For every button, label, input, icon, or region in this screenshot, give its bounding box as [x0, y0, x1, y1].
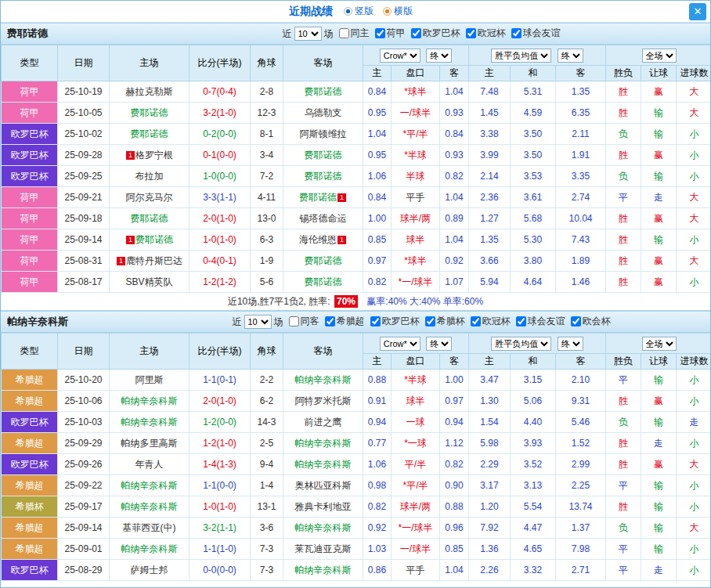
avg-away-odds-cell: 6.35	[556, 103, 606, 124]
match-row: 希腊超25-10-06帕纳辛奈科斯2-0(1-0)6-2阿特罗米托斯0.91球半…	[2, 391, 711, 412]
filter-checkbox[interactable]: 欧冠杯	[466, 27, 506, 40]
checkbox-icon[interactable]	[339, 28, 349, 38]
team-label: 费耶诺德	[135, 234, 173, 245]
score-cell: 1-0(1-0)	[189, 229, 251, 251]
radio-horizontal-layout[interactable]: 横版	[383, 5, 413, 18]
near-label: 近	[283, 27, 292, 41]
filter-checkbox[interactable]: 同主	[339, 27, 370, 40]
avg-home-odds-cell: 1.36	[469, 539, 511, 560]
sub-draw: 和	[511, 66, 556, 81]
result-cell: 胜	[606, 145, 641, 166]
sub-home: 主	[363, 354, 392, 370]
handicap-result-cell: 输	[641, 370, 677, 391]
bookmaker-select[interactable]: Crow*	[380, 337, 420, 351]
date-cell: 25-10-03	[58, 412, 110, 433]
home-team-cell: 1鹿特丹斯巴达	[110, 251, 189, 272]
final-odds-select[interactable]: 终	[426, 49, 452, 63]
filter-checkbox[interactable]: 球会友谊	[516, 315, 565, 328]
filter-checkbox[interactable]: 欧冠杯	[471, 315, 511, 328]
match-row: 希腊超25-09-14基菲西亚(中)3-2(1-1)3-6帕纳辛奈科斯0.92*…	[2, 518, 711, 539]
filter-checkbox[interactable]: 欧会杯	[571, 315, 611, 328]
competition-cell: 荷甲	[2, 187, 58, 208]
radio-vertical-layout[interactable]: 竖版	[344, 5, 374, 18]
home-odds-cell: 0.85	[363, 229, 392, 251]
team-label: 帕纳辛奈科斯	[121, 480, 178, 491]
checkbox-icon[interactable]	[425, 316, 435, 326]
filter-label: 欧会杯	[583, 315, 611, 328]
checkbox-icon[interactable]	[571, 316, 581, 326]
filter-checkbox[interactable]: 球会友谊	[511, 27, 561, 40]
final-avg-select[interactable]: 终	[558, 49, 583, 63]
filter-bar: 近 10 场 同客希腊超欧罗巴杯希腊杯欧冠杯球会友谊欧会杯	[132, 315, 710, 329]
checkbox-icon[interactable]	[516, 316, 526, 326]
corner-cell: 6-3	[251, 229, 283, 251]
recent-count-select[interactable]: 10	[294, 27, 322, 41]
home-team-cell: 布拉加	[110, 166, 189, 187]
sub-handicap: 盘口	[392, 354, 440, 370]
avg-select[interactable]: 胜平负均值	[491, 49, 551, 63]
filter-checkbox[interactable]: 欧罗巴杯	[370, 315, 420, 328]
away-team-cell: 帕纳辛奈科斯	[283, 518, 363, 539]
final-avg-select[interactable]: 终	[558, 337, 583, 351]
checkbox-icon[interactable]	[289, 316, 299, 326]
date-cell: 25-09-29	[58, 433, 110, 454]
sub-handicap-result: 让球	[641, 354, 677, 370]
team-label: 阿斯顿维拉	[300, 128, 347, 139]
team-label: 费耶诺德	[131, 128, 168, 139]
corner-cell: 14-3	[251, 412, 283, 433]
goals-result-cell: 小	[677, 272, 711, 293]
away-team-cell: 阿特罗米托斯	[283, 391, 363, 412]
match-row: 希腊杯25-09-17帕纳辛奈科斯1-0(1-0)13-1雅典卡利地亚0.82球…	[2, 496, 711, 518]
date-cell: 25-10-02	[58, 124, 110, 145]
filter-checkbox[interactable]: 欧罗巴杯	[411, 27, 460, 40]
team-label: 费耶诺德	[299, 192, 337, 203]
results-table: 类型 日期 主场 比分(半场) 角球 客场 Crow* 终 胜平负均值 终 全场	[1, 333, 711, 581]
handicap-result-cell: 走	[641, 560, 677, 581]
away-team-cell: 阿斯顿维拉	[283, 124, 363, 145]
checkbox-icon[interactable]	[511, 28, 522, 38]
away-odds-cell: 0.93	[440, 145, 469, 166]
handicap-result-cell: 输	[641, 412, 677, 433]
team-label: 费耶诺德	[305, 171, 342, 182]
score-cell: 0-2(0-0)	[189, 124, 251, 145]
filter-checkbox[interactable]: 希腊超	[325, 315, 365, 328]
score-cell: 3-3(1-1)	[189, 187, 251, 208]
avg-home-odds-cell: 1.30	[469, 391, 511, 412]
close-icon[interactable]: ✕	[689, 3, 706, 20]
result-cell: 负	[606, 412, 641, 433]
date-cell: 25-10-05	[58, 103, 110, 124]
scope-select[interactable]: 全场	[642, 337, 677, 351]
team-label: 帕纳辛奈科斯	[121, 417, 178, 427]
checkbox-icon[interactable]	[411, 28, 421, 38]
filter-checkbox[interactable]: 荷甲	[375, 27, 406, 40]
away-odds-cell: 1.12	[440, 433, 469, 454]
handicap-cell: 球半	[392, 391, 440, 412]
competition-cell: 希腊超	[2, 370, 58, 391]
col-score: 比分(半场)	[189, 45, 251, 81]
away-odds-cell: 0.96	[440, 518, 469, 539]
recent-count-select[interactable]: 10	[244, 315, 272, 329]
score-cell: 1-1(1-0)	[189, 539, 251, 560]
corner-cell: 7-3	[251, 539, 283, 560]
filter-checkbox[interactable]: 希腊杯	[425, 315, 465, 328]
away-team-cell: 费耶诺德	[283, 166, 363, 187]
away-odds-cell: 0.82	[440, 454, 469, 475]
final-odds-select[interactable]: 终	[426, 337, 452, 351]
bookmaker-select[interactable]: Crow*	[380, 49, 420, 63]
scope-select[interactable]: 全场	[642, 49, 677, 63]
handicap-result-cell: 输	[641, 518, 677, 539]
date-cell: 25-09-26	[58, 454, 110, 475]
checkbox-icon[interactable]	[370, 316, 381, 326]
match-row: 荷甲25-09-21阿尔克马尔3-3(1-1)4-11费耶诺德10.84平手1.…	[2, 187, 711, 208]
goals-result-cell: 小	[677, 539, 711, 560]
result-cell: 平	[606, 187, 641, 208]
checkbox-icon[interactable]	[471, 316, 481, 326]
filter-bar: 近 10 场 同主荷甲欧罗巴杯欧冠杯球会友谊	[132, 27, 710, 41]
checkbox-icon[interactable]	[325, 316, 335, 326]
avg-select[interactable]: 胜平负均值	[491, 337, 551, 351]
corner-cell: 9-4	[251, 454, 283, 475]
checkbox-icon[interactable]	[466, 28, 476, 38]
checkbox-icon[interactable]	[375, 28, 385, 38]
team-label: 莱瓦迪亚克斯	[295, 543, 352, 554]
filter-checkbox[interactable]: 同客	[289, 315, 319, 328]
